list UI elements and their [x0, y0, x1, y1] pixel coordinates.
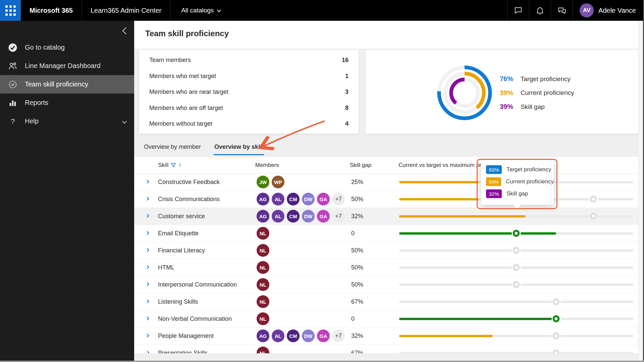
- table-row[interactable]: Customer serviceAGALCMDWGA+732%: [134, 208, 639, 225]
- table-row[interactable]: HTMLNL50%: [134, 259, 639, 276]
- stat-row: Members without target4: [149, 116, 348, 132]
- notifications-bell-icon[interactable]: [529, 0, 551, 21]
- chat-icon[interactable]: [507, 0, 529, 21]
- avatar: AL: [272, 193, 284, 205]
- slider-fill: [399, 198, 479, 200]
- legend-label: Target proficiency: [521, 75, 571, 83]
- legend-row: 76%Target proficiency: [500, 72, 574, 86]
- row-expand-chevron-icon[interactable]: [145, 196, 151, 202]
- catalog-selector[interactable]: All catalogs: [170, 7, 225, 14]
- table-row[interactable]: Financial LiteracyNL50%: [134, 242, 639, 259]
- sidebar-item-reports[interactable]: Reports: [0, 94, 134, 112]
- team-summary-card: Team members16Members who met target1Mem…: [139, 50, 359, 134]
- stat-label: Members who are near target: [149, 88, 228, 96]
- skill-name: Crisis Communications: [158, 196, 220, 203]
- skill-gap-value: 0: [351, 230, 355, 237]
- sidebar-navigation: Go to catalogLine Manager DashboardTeam …: [0, 21, 134, 361]
- legend-value: 76%: [500, 75, 521, 83]
- skill-name: Customer service: [158, 213, 205, 220]
- row-expand-chevron-icon[interactable]: [145, 179, 151, 185]
- members-avatars: AGALCMDWGA+7: [257, 329, 347, 342]
- sort-ascending-icon[interactable]: ↑: [178, 162, 181, 169]
- product-name[interactable]: Microsoft 365: [21, 7, 82, 14]
- target-marker: [552, 315, 559, 322]
- skill-name: Presentation Skills: [158, 350, 208, 354]
- members-avatars: AGALCMDWGA+7: [257, 193, 347, 205]
- app-launcher-waffle-icon[interactable]: [0, 0, 21, 21]
- top-app-bar: Microsoft 365 Learn365 Admin Center All …: [0, 0, 644, 21]
- column-header-skill-gap[interactable]: Skill gap: [350, 162, 371, 169]
- catalog-check-icon: [7, 42, 18, 53]
- page-title: Team skill proficiency: [145, 29, 229, 38]
- vertical-scrollbar[interactable]: [638, 21, 643, 361]
- members-avatars: NL: [257, 312, 272, 325]
- avatar: NL: [257, 312, 269, 325]
- skill-gap-value: 50%: [351, 196, 363, 203]
- column-header-skill[interactable]: Skill: [158, 162, 168, 169]
- tab-overview-by-skill[interactable]: Overview by skill: [214, 142, 264, 155]
- avatar: JW: [257, 176, 269, 188]
- filter-funnel-icon[interactable]: [171, 163, 176, 168]
- chevron-down-icon: [217, 8, 221, 12]
- sidebar-collapse-icon[interactable]: [121, 26, 129, 37]
- legend-label: Current proficiency: [521, 89, 574, 97]
- stat-label: Members without target: [149, 120, 212, 127]
- proficiency-slider: [399, 230, 633, 237]
- sidebar-item-team-skill-proficiency[interactable]: Team skill proficiency: [0, 75, 134, 94]
- table-row[interactable]: Constructive FeedbackJWWP25%: [134, 174, 639, 191]
- proficiency-slider: [399, 213, 633, 220]
- skill-name: Financial Literacy: [158, 247, 205, 254]
- skill-name: Listening Skills: [158, 298, 198, 305]
- legend-row: 39%Skill gap: [500, 100, 574, 114]
- row-expand-chevron-icon[interactable]: [145, 333, 151, 339]
- account-menu[interactable]: AV Adele Vance: [573, 3, 644, 17]
- sidebar-item-help[interactable]: ?Help: [0, 112, 134, 130]
- stat-label: Members who are off target: [149, 105, 223, 112]
- sidebar-item-line-manager-dashboard[interactable]: Line Manager Dashboard: [0, 57, 134, 75]
- skill-name: Constructive Feedback: [158, 179, 220, 186]
- tab-overview-by-member[interactable]: Overview by member: [143, 142, 202, 155]
- skill-gap-value: 25%: [351, 179, 363, 186]
- target-marker: [513, 230, 520, 237]
- skill-name: Email Etiquette: [158, 230, 199, 237]
- slider-fill: [399, 215, 526, 218]
- proficiency-slider: [399, 247, 633, 254]
- row-expand-chevron-icon[interactable]: [145, 247, 151, 253]
- avatar-overflow-count: +7: [332, 329, 345, 342]
- members-avatars: NL: [257, 295, 272, 308]
- proficiency-slider: [399, 264, 633, 271]
- members-avatars: NL: [257, 278, 272, 291]
- stat-value: 1: [345, 73, 348, 80]
- sidebar-item-label: Help: [25, 117, 39, 125]
- proficiency-slider: [399, 281, 633, 288]
- avatar: CM: [287, 193, 300, 205]
- table-row[interactable]: Non-Verbal CommunicationNL0: [134, 310, 639, 327]
- column-header-proficiency[interactable]: Current vs target vs maximum pro: [398, 162, 484, 169]
- row-expand-chevron-icon[interactable]: [145, 299, 151, 305]
- column-header-members[interactable]: Members: [255, 162, 279, 169]
- row-expand-chevron-icon[interactable]: [145, 282, 151, 288]
- members-avatars: NL: [257, 227, 272, 240]
- table-row[interactable]: Listening SkillsNL67%: [134, 293, 639, 310]
- app-name[interactable]: Learn365 Admin Center: [82, 7, 170, 14]
- sidebar-item-go-to-catalog[interactable]: Go to catalog: [0, 38, 134, 57]
- avatar: NL: [257, 278, 269, 291]
- feedback-icon[interactable]: [551, 0, 573, 21]
- row-expand-chevron-icon[interactable]: [145, 316, 151, 322]
- row-expand-chevron-icon[interactable]: [145, 264, 151, 270]
- row-expand-chevron-icon[interactable]: [145, 213, 151, 219]
- table-row[interactable]: Interpersonal CommunicationNL50%: [134, 276, 639, 293]
- horizontal-scrollbar[interactable]: [0, 361, 644, 362]
- table-row[interactable]: Presentation SkillsNL67%: [134, 345, 639, 353]
- table-row[interactable]: Crisis CommunicationsAGALCMDWGA+750%: [134, 191, 639, 208]
- user-name: Adele Vance: [598, 7, 636, 14]
- stat-label: Team members: [149, 57, 191, 64]
- table-row[interactable]: Email EtiquetteNL0: [134, 225, 639, 242]
- members-avatars: NL: [257, 261, 272, 274]
- table-row[interactable]: People ManagementAGALCMDWGA+732%: [134, 327, 639, 345]
- skills-table: Skill ↑ Members Skill gap Current vs tar…: [134, 157, 639, 353]
- row-expand-chevron-icon[interactable]: [145, 230, 151, 236]
- row-expand-chevron-icon[interactable]: [145, 350, 151, 353]
- members-avatars: NL: [257, 244, 272, 257]
- members-avatars: AGALCMDWGA+7: [257, 210, 347, 223]
